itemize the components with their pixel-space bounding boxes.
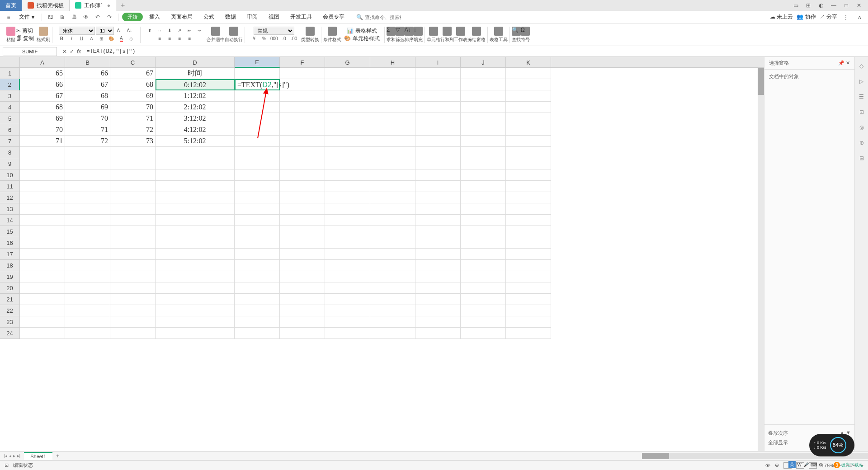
sheet-add-button[interactable]: + bbox=[52, 453, 63, 459]
cell[interactable] bbox=[461, 282, 506, 294]
sheet-last-icon[interactable]: ▸| bbox=[17, 453, 21, 458]
cell[interactable]: 71 bbox=[110, 113, 156, 124]
cell[interactable] bbox=[506, 102, 551, 113]
cell[interactable] bbox=[156, 316, 235, 328]
cell[interactable] bbox=[110, 237, 156, 249]
cell[interactable] bbox=[65, 260, 110, 271]
cell[interactable] bbox=[235, 215, 280, 226]
panel-pin-icon[interactable]: 📌 bbox=[838, 60, 844, 66]
cell[interactable] bbox=[280, 192, 325, 203]
font-name-select[interactable]: 宋体 bbox=[59, 27, 95, 35]
style-icon[interactable]: ☰ bbox=[857, 92, 866, 101]
cell[interactable] bbox=[325, 271, 370, 282]
cell[interactable] bbox=[156, 203, 235, 215]
align-center-icon[interactable]: ≡ bbox=[165, 35, 174, 43]
tab-add-button[interactable]: + bbox=[116, 1, 129, 9]
analysis-icon[interactable]: ◎ bbox=[857, 123, 866, 132]
cell[interactable] bbox=[280, 203, 325, 215]
cell[interactable] bbox=[156, 237, 235, 249]
cell[interactable] bbox=[461, 305, 506, 316]
align-bottom-icon[interactable]: ⬇ bbox=[165, 27, 174, 35]
cell[interactable] bbox=[370, 294, 415, 305]
cell[interactable] bbox=[110, 271, 156, 282]
cell[interactable] bbox=[156, 169, 235, 181]
cell[interactable] bbox=[280, 68, 325, 79]
cell[interactable] bbox=[461, 328, 506, 339]
cell-button[interactable]: 单元格 bbox=[427, 27, 440, 43]
cell[interactable] bbox=[370, 158, 415, 169]
print-icon[interactable]: 🖶 bbox=[69, 12, 79, 22]
row-header[interactable]: 16 bbox=[0, 237, 20, 249]
cell[interactable] bbox=[280, 305, 325, 316]
cell[interactable] bbox=[370, 68, 415, 79]
cell[interactable] bbox=[280, 169, 325, 181]
cell[interactable] bbox=[65, 203, 110, 215]
cell[interactable] bbox=[156, 192, 235, 203]
menu-insert[interactable]: 插入 bbox=[145, 12, 165, 22]
cell[interactable] bbox=[20, 328, 65, 339]
bold-icon[interactable]: B bbox=[57, 35, 66, 43]
indent-left-icon[interactable]: ⇤ bbox=[185, 27, 194, 35]
row-header[interactable]: 24 bbox=[0, 328, 20, 339]
strike-icon[interactable]: A̶ bbox=[87, 35, 96, 43]
cell[interactable] bbox=[325, 136, 370, 147]
cell[interactable] bbox=[506, 316, 551, 328]
ime-w-icon[interactable]: W bbox=[797, 462, 802, 467]
cell[interactable] bbox=[20, 271, 65, 282]
thousands-icon[interactable]: 000 bbox=[269, 35, 278, 43]
cell[interactable] bbox=[461, 226, 506, 237]
increase-font-icon[interactable]: A↑ bbox=[115, 27, 124, 35]
menu-view[interactable]: 视图 bbox=[264, 12, 284, 22]
cell[interactable] bbox=[156, 147, 235, 158]
cell[interactable] bbox=[20, 169, 65, 181]
cell[interactable] bbox=[280, 316, 325, 328]
row-header[interactable]: 15 bbox=[0, 226, 20, 237]
cell[interactable] bbox=[461, 260, 506, 271]
cell[interactable] bbox=[415, 68, 461, 79]
cell[interactable] bbox=[370, 305, 415, 316]
cell[interactable] bbox=[461, 68, 506, 79]
wrap-button[interactable]: 自动换行 bbox=[225, 27, 243, 43]
cell[interactable]: 68 bbox=[110, 79, 156, 90]
cell[interactable] bbox=[235, 68, 280, 79]
cell[interactable] bbox=[415, 316, 461, 328]
print-preview-icon[interactable]: 👁 bbox=[81, 12, 91, 22]
eye-icon[interactable]: 👁 bbox=[765, 463, 770, 468]
cell[interactable] bbox=[235, 294, 280, 305]
cell[interactable] bbox=[461, 316, 506, 328]
cell[interactable] bbox=[235, 249, 280, 260]
row-header[interactable]: 1 bbox=[0, 68, 20, 79]
cell[interactable] bbox=[325, 226, 370, 237]
cell[interactable] bbox=[235, 124, 280, 136]
cell[interactable]: 69 bbox=[110, 90, 156, 102]
cell[interactable] bbox=[506, 226, 551, 237]
backup-icon[interactable]: ⊕ bbox=[857, 138, 866, 147]
cell[interactable] bbox=[415, 124, 461, 136]
cell[interactable] bbox=[370, 249, 415, 260]
cell[interactable] bbox=[235, 237, 280, 249]
row-header[interactable]: 11 bbox=[0, 181, 20, 192]
col-header-f[interactable]: F bbox=[280, 57, 325, 68]
cell[interactable] bbox=[370, 169, 415, 181]
cell[interactable] bbox=[280, 215, 325, 226]
cell[interactable] bbox=[461, 102, 506, 113]
cell[interactable] bbox=[325, 316, 370, 328]
cell[interactable] bbox=[370, 136, 415, 147]
freeze-button[interactable]: 冻结窗格 bbox=[467, 27, 486, 43]
cell[interactable] bbox=[461, 136, 506, 147]
cell[interactable] bbox=[325, 203, 370, 215]
col-header-c[interactable]: C bbox=[110, 57, 156, 68]
cell[interactable] bbox=[156, 158, 235, 169]
clear-format-icon[interactable]: ◇ bbox=[127, 35, 136, 43]
cell[interactable] bbox=[370, 215, 415, 226]
cell[interactable] bbox=[65, 294, 110, 305]
cell[interactable] bbox=[20, 181, 65, 192]
border-icon[interactable]: ⊞ bbox=[97, 35, 106, 43]
paste-button[interactable]: 粘贴 bbox=[6, 27, 15, 43]
cell[interactable] bbox=[461, 124, 506, 136]
decrease-font-icon[interactable]: A↓ bbox=[125, 27, 134, 35]
cell[interactable] bbox=[235, 158, 280, 169]
cell[interactable] bbox=[461, 169, 506, 181]
justify-icon[interactable]: ≡ bbox=[185, 35, 194, 43]
cell[interactable] bbox=[415, 328, 461, 339]
